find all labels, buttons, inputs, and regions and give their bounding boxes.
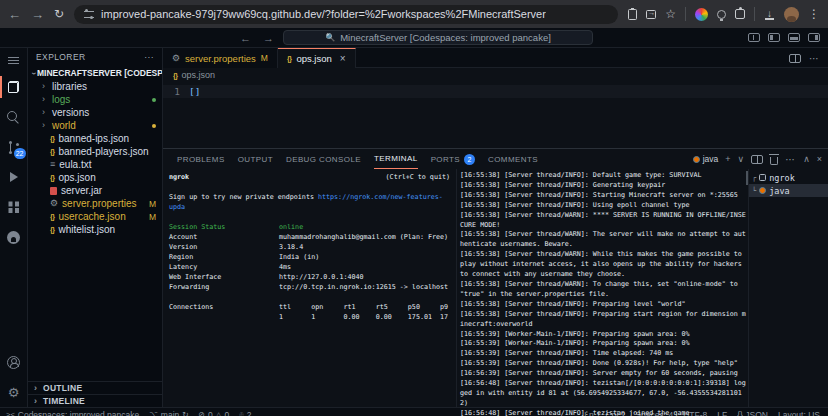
gear-icon: ⚙ — [172, 54, 180, 63]
bookmark-star-icon[interactable]: ☆ — [665, 7, 676, 21]
remote-icon: >< — [6, 409, 15, 416]
outline-section[interactable]: ›OUTLINE — [28, 381, 162, 394]
tree-item-server-properties[interactable]: ⚙server.propertiesM — [28, 197, 162, 210]
sidebar-item-explorer[interactable] — [0, 72, 28, 102]
customize-layout-icon[interactable] — [748, 33, 760, 42]
terminal-list-item-java[interactable]: └ java — [749, 184, 828, 197]
open-in-window-icon[interactable] — [646, 10, 656, 19]
json-icon: {} — [50, 213, 54, 220]
chevron-right-icon: › — [42, 121, 48, 130]
profile-avatar[interactable] — [784, 7, 799, 22]
ngrok-version: Version3.18.4 — [169, 242, 450, 252]
forwarded-ports-indicator[interactable]: ⌾2 — [239, 409, 251, 416]
tree-item-world[interactable]: ›world — [28, 119, 162, 132]
java-terminal[interactable]: [16:55:38] [Server thread/INFO]: Default… — [457, 169, 748, 407]
problems-indicator[interactable]: ⊘0△0 — [199, 409, 230, 416]
remote-indicator[interactable]: ><Codespaces: improved pancake — [6, 409, 139, 416]
explorer-actions-icon[interactable]: ··· — [144, 52, 154, 62]
history-back-button[interactable]: ← — [240, 32, 251, 44]
keyboard-layout[interactable]: Layout: US — [778, 409, 820, 416]
modified-badge: M — [261, 53, 268, 63]
kill-terminal-icon[interactable] — [770, 157, 778, 165]
split-editor-icon[interactable] — [789, 54, 801, 63]
site-info-icon[interactable] — [84, 11, 94, 18]
tree-item-whitelist[interactable]: {}whitelist.json — [28, 223, 162, 236]
terminal-list-item-ngrok[interactable]: ┌ ngrok — [749, 171, 828, 184]
warning-icon: △ — [216, 409, 222, 416]
sidebar-item-github[interactable] — [0, 222, 28, 252]
tree-item-eula[interactable]: ≡eula.txt — [28, 158, 162, 171]
sidebar-item-run-debug[interactable] — [0, 162, 28, 192]
tree-item-versions[interactable]: ›versions — [28, 106, 162, 119]
toggle-panel-icon[interactable] — [788, 33, 800, 42]
tab-debug-console[interactable]: DEBUG CONSOLE — [286, 149, 361, 169]
url-text: improved-pancake-979j79ww69cq.github.dev… — [101, 8, 546, 20]
json-icon: {} — [173, 72, 177, 79]
extensions-puzzle-icon[interactable] — [735, 9, 745, 19]
ngrok-session-status: Session Statusonline — [169, 222, 450, 232]
search-icon: 🔍 — [325, 33, 335, 42]
workspace-root-folder[interactable]: › MINECRAFTSERVER [CODESPACES: IMPRO... — [28, 66, 162, 80]
extension-bulb-icon[interactable] — [717, 10, 726, 19]
ngrok-title: ngrok — [169, 172, 189, 182]
close-icon[interactable]: × — [340, 53, 346, 64]
breadcrumb[interactable]: {} ops.json — [163, 68, 828, 82]
maximize-panel-icon[interactable]: ∧ — [803, 154, 810, 164]
code-editor[interactable]: 1 [] — [163, 82, 828, 148]
browser-menu-icon[interactable]: ⋮ — [808, 7, 820, 21]
timeline-section[interactable]: ›TIMELINE — [28, 394, 162, 407]
command-center-search[interactable]: 🔍 MinecraftServer [Codespaces: improved … — [283, 30, 593, 45]
browser-back-button[interactable]: ← — [8, 8, 21, 21]
tab-ops-json[interactable]: {} ops.json × — [278, 48, 356, 68]
toggle-sidebar-icon[interactable] — [768, 33, 780, 42]
more-actions-icon[interactable]: ⋯ — [809, 53, 820, 64]
json-icon: {} — [287, 55, 291, 62]
tab-problems[interactable]: PROBLEMS — [177, 149, 225, 169]
account-icon — [7, 356, 20, 369]
new-terminal-icon[interactable]: + — [725, 154, 730, 164]
json-icon: {} — [50, 174, 54, 181]
menu-button[interactable] — [0, 48, 28, 72]
tree-item-ops[interactable]: {}ops.json — [28, 171, 162, 184]
tree-branch-glyph: └ — [752, 187, 756, 195]
tab-comments[interactable]: COMMENTS — [488, 149, 538, 169]
tree-item-banned-ips[interactable]: {}banned-ips.json — [28, 132, 162, 145]
tree-item-server-jar[interactable]: server.jar — [28, 184, 162, 197]
tree-item-logs[interactable]: ›logs — [28, 93, 162, 106]
sidebar-item-source-control[interactable]: 22 — [0, 132, 28, 162]
split-terminal-icon[interactable] — [751, 155, 763, 164]
tab-output[interactable]: OUTPUT — [238, 149, 273, 169]
ngrok-quit-hint: (Ctrl+C to quit) — [386, 172, 450, 182]
chevron-right-icon: › — [42, 82, 48, 91]
active-terminal-label[interactable]: java — [693, 154, 719, 164]
chevron-right-icon: › — [34, 384, 40, 393]
gear-icon: ⚙ — [50, 199, 58, 208]
account-button[interactable] — [0, 347, 28, 377]
extension-colorwheel-icon[interactable] — [695, 8, 708, 21]
settings-button[interactable]: ⚙ — [0, 377, 28, 407]
clipboard-icon[interactable] — [628, 9, 637, 20]
tab-ports[interactable]: PORTS2 — [431, 149, 475, 169]
history-forward-button[interactable]: → — [263, 32, 274, 44]
sidebar-item-search[interactable] — [0, 102, 28, 132]
hamburger-icon — [8, 57, 19, 64]
tab-terminal[interactable]: TERMINAL — [374, 149, 418, 169]
address-bar[interactable]: improved-pancake-979j79ww69cq.github.dev… — [74, 5, 618, 24]
toggle-secondary-sidebar-icon[interactable] — [808, 33, 820, 42]
browser-forward-button[interactable]: → — [31, 8, 44, 21]
ngrok-terminal[interactable]: ngrok (Ctrl+C to quit) Sign up to try ne… — [163, 169, 457, 407]
downloads-icon[interactable]: ↓ — [764, 9, 775, 20]
sidebar-item-extensions[interactable] — [0, 192, 28, 222]
branch-indicator[interactable]: ⌥main↻ — [149, 409, 188, 416]
code-text: [] — [189, 86, 200, 97]
terminal-scrollbar[interactable] — [746, 171, 749, 185]
tree-item-usercache[interactable]: {}usercache.jsonM — [28, 210, 162, 223]
tree-item-libraries[interactable]: ›libraries — [28, 80, 162, 93]
panel-more-icon[interactable]: ⋯ — [785, 154, 796, 165]
ngrok-web-interface: Web Interfacehttp://127.0.0.1:4040 — [169, 272, 450, 282]
terminal-dropdown-icon[interactable]: ∨ — [738, 154, 745, 164]
tab-server-properties[interactable]: ⚙ server.properties M — [163, 48, 278, 68]
close-panel-icon[interactable]: × — [817, 154, 822, 164]
tree-item-banned-players[interactable]: {}banned-players.json — [28, 145, 162, 158]
browser-reload-button[interactable]: ↻ — [54, 8, 64, 20]
